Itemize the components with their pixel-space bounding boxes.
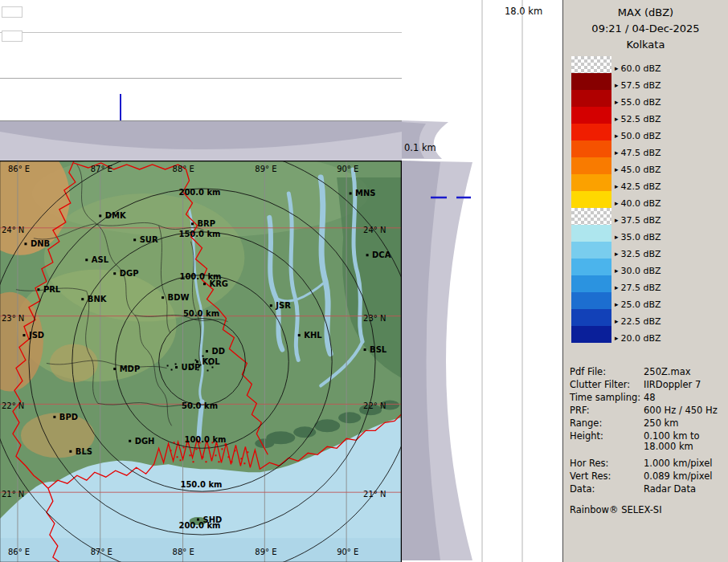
colorbar-swatch-1 [571,73,611,90]
lon-label-0-1: 86° E [8,548,30,556]
info-label: Time sampling: [570,393,644,403]
colorbar-swatch-12 [571,259,611,275]
info-value: 600 Hz / 450 Hz [644,405,718,416]
info-row-5: Height:0.100 km to 18.000 km [570,431,726,452]
colorbar-value-text: 52.5 dBZ [621,114,661,124]
station-dot-PRL [37,288,39,291]
colorbar-label-3: ▸52.5 dBZ [615,113,661,124]
info-value: 250 km [644,418,678,429]
lat-label-3-0: 21° N [2,490,24,499]
height-axis-min-label: 0.1 km [404,142,436,153]
range-label-3: 50.0 km [183,309,219,318]
station-label-DNB: DNB [31,239,50,248]
station-dot-DGP [113,272,116,275]
info-label: Hor Res: [570,458,644,469]
colorbar-swatch-4 [571,124,611,140]
lon-label-2-1: 88° E [173,548,194,556]
station-label-BLS: BLS [76,447,92,456]
colorbar-tick-arrow: ▸ [615,267,619,275]
station-dot-BRP [191,222,194,225]
station-dot-BDW [162,296,164,299]
radar-map-panel: 86° E86° E87° E87° E88° E88° E89° E89° E… [0,161,402,562]
lon-label-4-0: 90° E [337,165,358,173]
product-title: MAX (dBZ) [563,6,728,18]
colorbar-value-text: 40.0 dBZ [621,198,661,209]
colorbar-swatch-13 [571,275,611,292]
colorbar-tick-arrow: ▸ [615,132,619,140]
station-dot-DD [206,350,208,352]
top-panel-tick-box-2 [2,31,22,42]
colorbar-swatch-2 [571,90,611,107]
info-value: 0.100 km to 18.000 km [644,431,700,452]
colorbar-label-6: ▸45.0 dBZ [615,164,661,175]
station-label-BRP: BRP [198,219,216,228]
colorbar-tick-arrow: ▸ [615,301,619,308]
lon-label-1-0: 87° E [91,165,112,173]
colorbar-swatch-11 [571,242,611,259]
range-label-0: 200.0 km [178,188,220,197]
station-dot-JSR [270,304,272,307]
top-panel-tick-box-1 [2,6,22,18]
top-panel-gridline-2 [0,78,402,79]
colorbar-swatch-6 [571,157,611,174]
nodata-band-graphic [0,120,402,161]
station-dot-DNB [24,242,27,245]
colorbar-label-16: ▸20.0 dBZ [615,332,661,344]
station-label-UDP: UDP [182,363,201,372]
scan-timestamp: 09:21 / 04-Dec-2025 [563,22,728,35]
colorbar-value-text: 45.0 dBZ [621,165,661,175]
colorbar-value-text: 47.5 dBZ [621,148,661,158]
info-row-6: Hor Res:1.000 km/pixel [570,458,726,469]
radar-display-window: 86° E86° E87° E87° E88° E88° E89° E89° E… [0,0,728,562]
info-row-7: Vert Res:0.089 km/pixel [570,471,726,482]
colorbar-tick-arrow: ▸ [615,200,619,207]
station-label-PRL: PRL [43,285,61,294]
station-label-JSR: JSR [275,301,291,310]
info-value: 48 [644,393,656,403]
colorbar-tick-arrow: ▸ [615,149,619,157]
info-value: 250Z.max [644,367,691,377]
range-label-5: 100.0 km [184,435,226,444]
info-row-4: Range:250 km [570,418,726,429]
lat-label-2-0: 22° N [2,401,24,410]
colorbar-swatch-8 [571,191,611,208]
info-label: Data: [570,484,644,495]
colorbar-tick-arrow: ▸ [615,166,619,173]
station-dot-KRG [203,283,206,285]
info-label: Vert Res: [570,471,644,482]
colorbar-value-text: 25.0 dBZ [621,299,661,310]
station-dot-JSD [22,334,25,336]
colorbar-label-7: ▸42.5 dBZ [615,181,661,192]
colorbar-label-9: ▸37.5 dBZ [615,214,661,226]
range-label-1: 150.0 km [178,230,220,238]
station-dot-BSL [364,348,366,351]
lat-label-0-0: 24° N [2,226,24,234]
top-height-panel [0,0,402,120]
product-info-block: Pdf File:250Z.maxClutter Filter:IIRDoppl… [570,367,726,497]
colorbar-value-text: 27.5 dBZ [621,283,661,293]
colorbar-tick-arrow: ▸ [615,183,619,190]
station-label-DGH: DGH [135,437,155,446]
station-label-SHD: SHD [202,515,222,524]
station-label-DD: DD [211,347,225,356]
station-dot-SUR [133,238,136,241]
colorbar-swatch-14 [571,292,611,309]
radar-map: 86° E86° E87° E87° E88° E88° E89° E89° E… [0,161,401,562]
colorbar-value-text: 22.5 dBZ [621,316,661,327]
station-label-DMK: DMK [105,211,127,220]
lat-label-2-1: 22° N [363,401,386,410]
colorbar-swatch-3 [571,107,611,124]
height-axis-max-label: 18.0 km [505,6,542,17]
info-value: Radar Data [644,484,696,495]
station-dot-DGH [129,440,131,442]
colorbar-label-8: ▸40.0 dBZ [615,198,661,209]
info-label: Pdf File: [570,367,644,377]
station-label-KOL: KOL [202,357,220,366]
software-credit: Rainbow® SELEX-SI [570,504,662,515]
side-height-panel [402,0,562,562]
colorbar-value-text: 32.5 dBZ [621,249,661,259]
station-dot-BPD [53,416,55,418]
info-label: Clutter Filter: [570,380,644,390]
colorbar-swatch-5 [571,140,611,157]
colorbar-swatch-10 [571,225,611,242]
